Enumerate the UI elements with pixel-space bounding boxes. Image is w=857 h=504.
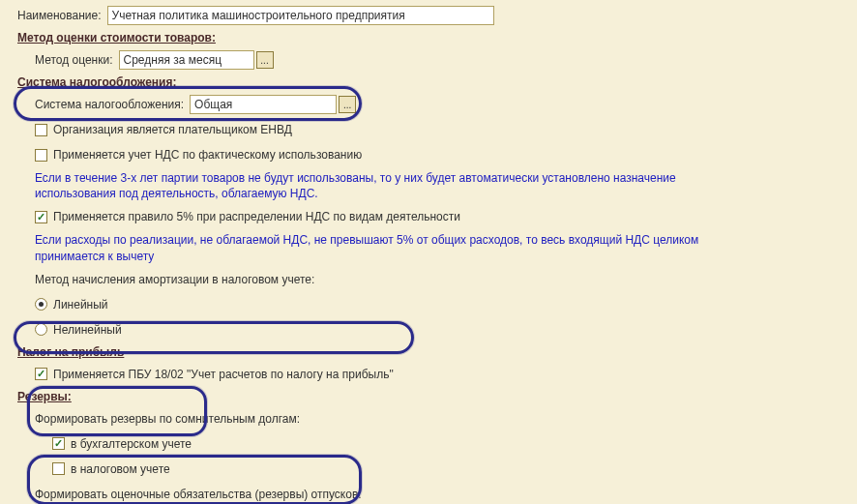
valuation-label: Метод оценки:: [35, 53, 113, 67]
vacation-label: Формировать оценочные обязательства (рез…: [35, 488, 362, 501]
pbu-checkbox[interactable]: [35, 368, 47, 380]
vat-fact-checkbox[interactable]: [35, 149, 47, 162]
deprec-nonlinear-radio[interactable]: [35, 323, 47, 336]
rule5-help: Если расходы по реализации, не облагаемо…: [35, 232, 712, 263]
rule5-checkbox[interactable]: [35, 211, 47, 223]
profit-tax-section-title: Налог на прибыль: [17, 345, 847, 359]
name-value: Учетная политика машиностроительного пре…: [112, 9, 489, 22]
tax-system-value: Общая: [194, 98, 332, 111]
name-input[interactable]: Учетная политика машиностроительного пре…: [107, 6, 494, 25]
name-label: Наименование:: [17, 9, 102, 22]
valuation-value: Средняя за месяц: [124, 53, 250, 67]
envd-label: Организация является плательщиком ЕНВД: [53, 123, 292, 136]
deprec-linear-radio[interactable]: [35, 298, 47, 311]
valuation-input[interactable]: Средняя за месяц: [119, 50, 254, 70]
deprec-nonlinear-label: Нелинейный: [53, 323, 122, 337]
doubtful-accounting-checkbox[interactable]: [52, 437, 65, 450]
deprec-label: Метод начисления амортизации в налоговом…: [35, 273, 314, 286]
doubtful-tax-checkbox[interactable]: [52, 462, 65, 475]
valuation-select-button[interactable]: ...: [256, 51, 274, 69]
deprec-linear-label: Линейный: [53, 298, 108, 311]
vat-fact-help: Если в течение 3-х лет партии товаров не…: [35, 170, 712, 201]
tax-system-section-title: Система налогообложения:: [17, 75, 847, 89]
reserves-section-title: Резервы:: [17, 390, 847, 403]
tax-system-label: Система налогообложения:: [35, 98, 184, 111]
doubtful-label: Формировать резервы по сомнительным долг…: [35, 412, 300, 426]
vat-fact-label: Применяется учет НДС по фактическому исп…: [53, 148, 362, 162]
tax-system-input[interactable]: Общая: [190, 95, 337, 114]
envd-checkbox[interactable]: [35, 124, 47, 136]
pbu-label: Применяется ПБУ 18/02 "Учет расчетов по …: [53, 368, 394, 381]
rule5-label: Применяется правило 5% при распределении…: [53, 210, 460, 223]
doubtful-accounting-label: в бухгалтерском учете: [71, 437, 192, 451]
goods-section-title: Метод оценки стоимости товаров:: [17, 31, 847, 44]
doubtful-tax-label: в налоговом учете: [71, 462, 170, 476]
tax-system-select-button[interactable]: ...: [339, 96, 356, 113]
